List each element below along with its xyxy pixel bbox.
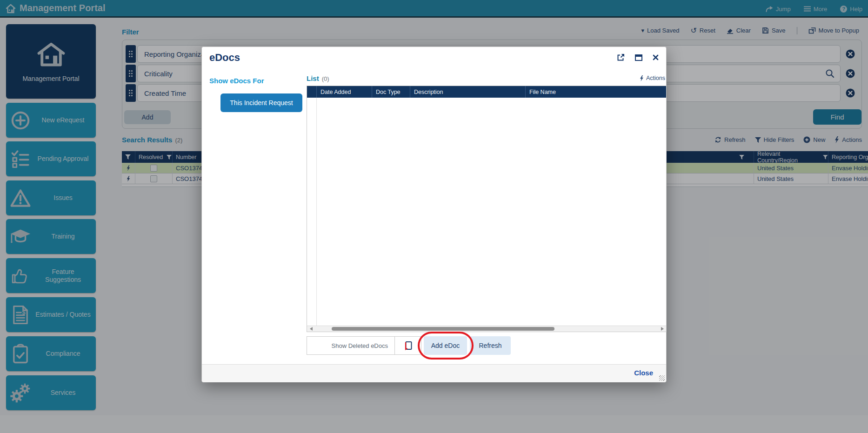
show-deleted-edocs-label: Show Deleted eDocs [307, 342, 394, 349]
file-name-label: File Name [529, 89, 556, 95]
doc-type-label: Doc Type [376, 89, 401, 95]
show-edocs-for-label: Show eDocs For [209, 77, 264, 85]
scroll-right-arrow[interactable] [659, 326, 665, 332]
dialog-title: eDocs [209, 52, 240, 64]
date-added-label: Date Added [320, 89, 351, 95]
show-deleted-edocs-checkbox[interactable] [395, 341, 421, 350]
close-icon[interactable] [653, 54, 659, 60]
refresh-edocs-button[interactable]: Refresh [470, 336, 511, 355]
file-name-column-header[interactable]: File Name [525, 86, 666, 98]
description-column-header[interactable]: Description [410, 86, 525, 98]
date-added-column-header[interactable]: Date Added [316, 86, 372, 98]
row-select-column-header [307, 86, 316, 98]
horizontal-scrollbar[interactable] [307, 326, 666, 332]
list-label: List [307, 74, 319, 82]
add-edoc-button[interactable]: Add eDoc [424, 336, 467, 355]
this-incident-request-button[interactable]: This Incident Request [220, 93, 302, 112]
table-column-divider [316, 98, 317, 326]
edocs-table-header: Date Added Doc Type Description File Nam… [307, 86, 666, 98]
close-dialog-button[interactable]: Close [634, 369, 653, 377]
scrollbar-thumb[interactable] [332, 327, 554, 331]
description-label: Description [414, 89, 443, 95]
list-actions-button[interactable]: Actions [640, 75, 665, 81]
show-deleted-edocs-control: Show Deleted eDocs [307, 336, 421, 355]
edocs-list-table: Date Added Doc Type Description File Nam… [307, 86, 667, 332]
list-count: (0) [322, 75, 329, 82]
resize-grip[interactable] [659, 375, 665, 381]
open-in-new-window-icon[interactable] [617, 53, 625, 61]
lightning-icon [640, 75, 644, 81]
edocs-table-body [307, 98, 666, 326]
show-deleted-checkbox-icon [404, 341, 412, 350]
dialog-footer: Close [202, 364, 666, 382]
doc-type-column-header[interactable]: Doc Type [372, 86, 410, 98]
edocs-dialog: eDocs Show eDocs For This Incident Reque… [201, 47, 667, 382]
list-actions-label: Actions [646, 75, 665, 81]
list-title: List(0) [307, 74, 329, 82]
scroll-left-arrow[interactable] [308, 326, 314, 332]
maximize-icon[interactable] [635, 54, 642, 61]
